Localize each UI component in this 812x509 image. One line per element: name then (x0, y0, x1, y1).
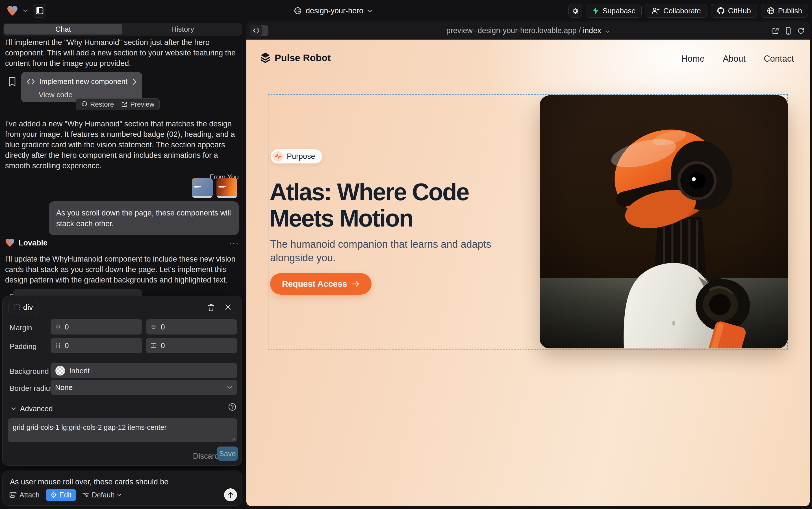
sidebar-toggle-icon (36, 7, 43, 15)
sidebar-toggle-button[interactable] (33, 4, 46, 18)
publish-globe-icon (767, 7, 775, 15)
attach-button[interactable]: Attach (9, 491, 40, 499)
external-link-icon (121, 101, 127, 107)
assistant-message-1: I'll implement the "Why Humanoid" sectio… (5, 37, 239, 69)
tool-card-title: Implement new component (39, 77, 127, 86)
nav-link-home[interactable]: Home (681, 54, 705, 64)
chat-composer[interactable]: As user mouse roll over, these cards sho… (2, 471, 242, 506)
transparency-checker-icon (55, 366, 65, 376)
pulse-activity-icon (273, 151, 283, 162)
padding-x-icon (55, 342, 61, 349)
collaborate-people-icon (652, 7, 660, 14)
margin-y-input[interactable]: 0 (146, 319, 237, 335)
smartphone-icon[interactable] (785, 27, 791, 35)
preview-button[interactable]: Preview (121, 100, 154, 108)
collaborate-button[interactable]: Collaborate (645, 4, 707, 18)
publish-button[interactable]: Publish (761, 4, 808, 18)
background-label: Background (10, 367, 49, 376)
project-globe-icon (294, 7, 302, 15)
sliders-icon (82, 492, 89, 498)
tab-history[interactable]: History (123, 23, 242, 36)
send-button[interactable] (224, 488, 237, 501)
request-access-button[interactable]: Request Access (270, 273, 372, 295)
supabase-button[interactable]: Supabase (586, 4, 642, 18)
attach-image-icon (9, 491, 17, 499)
chevron-right-icon (133, 79, 137, 85)
preview-url-selector[interactable]: preview--design-your-hero.lovable.app / … (246, 26, 810, 35)
top-bar: design-your-hero Supabase Collaborate (0, 0, 812, 22)
tool-card-implement-component[interactable]: Implement new component View code (21, 72, 142, 102)
assistant-message-3: I'll update the WhyHumanoid component to… (5, 254, 239, 285)
lovable-heart-icon[interactable] (7, 6, 18, 16)
model-mode-selector[interactable]: Default (82, 491, 121, 499)
code-icon (27, 79, 35, 84)
site-logo[interactable]: Pulse Robot (260, 52, 331, 63)
border-radius-select[interactable]: None (50, 380, 237, 395)
padding-x-input[interactable]: 0 (50, 338, 142, 353)
help-icon[interactable] (228, 403, 236, 411)
hero-robot-image (540, 95, 788, 348)
margin-x-input[interactable]: 0 (50, 319, 142, 335)
project-chevron-down-icon (367, 9, 372, 12)
border-radius-label: Border radius (10, 384, 54, 393)
workspace-chevron-down-icon[interactable] (23, 9, 28, 12)
assistant-name: Lovable (19, 239, 47, 247)
selected-element-chip[interactable]: div (8, 301, 38, 314)
advanced-classes-textarea[interactable]: grid grid-cols-1 lg:grid-cols-2 gap-12 i… (8, 418, 237, 442)
settings-button[interactable] (568, 4, 582, 18)
send-arrow-up-icon (227, 491, 234, 498)
open-external-icon[interactable] (772, 27, 779, 34)
attachment-thumbnail-blue[interactable] (192, 178, 213, 198)
user-message-bubble: As you scroll down the page, these compo… (49, 201, 239, 235)
padding-y-icon (151, 343, 157, 348)
advanced-toggle[interactable]: Advanced (11, 404, 53, 413)
edit-target-icon (50, 491, 57, 498)
padding-label: Padding (10, 342, 36, 351)
site-canvas: Pulse Robot Home About Contact Purpose A… (246, 40, 810, 506)
chevron-down-icon (605, 30, 610, 33)
site-nav: Home About Contact (681, 54, 794, 64)
background-input[interactable]: Inherit (50, 363, 237, 378)
nav-link-about[interactable]: About (723, 54, 746, 64)
trash-icon[interactable] (208, 304, 215, 311)
project-name: design-your-hero (306, 6, 363, 15)
purpose-badge: Purpose (271, 149, 322, 164)
preview-pane: preview--design-your-hero.lovable.app / … (246, 22, 810, 506)
margin-label: Margin (10, 324, 32, 332)
chat-history-tabs: Chat History (3, 23, 242, 36)
tab-chat[interactable]: Chat (4, 24, 122, 34)
nav-link-contact[interactable]: Contact (764, 54, 794, 64)
margin-y-icon (151, 324, 157, 330)
layers-logo-icon (260, 52, 271, 63)
gear-icon (571, 7, 579, 15)
version-actions-pill: Restore Preview (76, 98, 160, 110)
refresh-icon[interactable] (797, 27, 805, 34)
attachment-thumbnail-orange[interactable] (216, 178, 237, 198)
dashed-box-icon (13, 304, 20, 310)
composer-input[interactable]: As user mouse roll over, these cards sho… (10, 478, 169, 486)
restore-icon (81, 101, 87, 107)
margin-x-icon (55, 324, 61, 330)
preview-header: preview--design-your-hero.lovable.app / … (246, 22, 810, 40)
assistant-header: Lovable ··· (5, 238, 239, 248)
restore-button[interactable]: Restore (81, 100, 114, 108)
arrow-right-icon (352, 281, 360, 287)
github-octocat-icon (717, 7, 725, 15)
chevron-down-icon (117, 494, 121, 496)
bookmark-icon[interactable] (8, 77, 16, 87)
ellipsis-icon[interactable]: ··· (229, 238, 239, 248)
view-code-link[interactable]: View code (39, 91, 137, 99)
hero-subtitle: The humanoid companion that learns and a… (270, 238, 499, 265)
close-icon[interactable] (225, 304, 231, 310)
element-inspector-panel: div Margin 0 0 Padding 0 0 Background In… (2, 296, 242, 466)
padding-y-input[interactable]: 0 (146, 338, 237, 353)
chevron-down-icon (227, 386, 232, 389)
save-button[interactable]: Save (217, 446, 238, 461)
edit-mode-button[interactable]: Edit (46, 489, 76, 501)
github-button[interactable]: GitHub (711, 4, 757, 18)
assistant-message-2: I've added a new "Why Humanoid" section … (5, 119, 239, 171)
lovable-heart-icon (5, 238, 15, 247)
hero-heading: Atlas: Where Code Meets Motion (269, 179, 469, 231)
supabase-bolt-icon (592, 7, 599, 15)
project-selector[interactable]: design-your-hero (294, 0, 372, 22)
